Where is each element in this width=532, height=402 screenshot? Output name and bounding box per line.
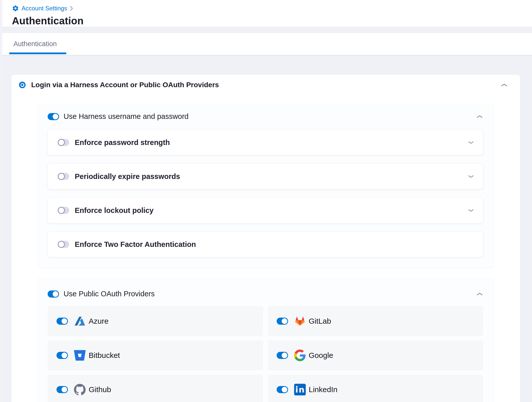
chevron-down-icon[interactable]: [468, 175, 474, 178]
google-toggle[interactable]: [277, 352, 288, 359]
chevron-down-icon[interactable]: [468, 209, 474, 212]
gitlab-icon: [294, 315, 306, 327]
azure-icon: [74, 315, 86, 327]
lockout-policy-label: Enforce lockout policy: [75, 206, 468, 215]
section-title: Login via a Harness Account or Public OA…: [31, 81, 501, 89]
bitbucket-toggle[interactable]: [56, 352, 68, 359]
two-factor-toggle[interactable]: [58, 241, 69, 248]
oauth-providers-panel: Use Public OAuth Providers Azure: [38, 278, 493, 402]
github-label: Github: [89, 385, 111, 394]
gear-icon: [12, 5, 19, 12]
page-body: Login via a Harness Account or Public OA…: [0, 56, 532, 402]
oauth-providers-toggle[interactable]: [48, 290, 59, 298]
password-expiry-label: Periodically expire passwords: [75, 172, 468, 181]
provider-row-github: Github: [48, 375, 263, 402]
lockout-policy-card: Enforce lockout policy: [48, 198, 483, 223]
google-label: Google: [309, 351, 333, 360]
harness-login-toggle[interactable]: [48, 113, 59, 120]
harness-login-panel: Use Harness username and password Enforc…: [38, 104, 493, 268]
provider-row-azure: Azure: [48, 306, 263, 336]
auth-settings-card: Login via a Harness Account or Public OA…: [11, 75, 520, 402]
azure-label: Azure: [89, 317, 108, 325]
page-header: Account Settings Authentication: [0, 0, 532, 27]
page-title: Authentication: [12, 15, 532, 27]
breadcrumb-chevron-icon: [70, 6, 73, 11]
linkedin-toggle[interactable]: [277, 386, 288, 393]
chevron-up-icon[interactable]: [476, 292, 483, 296]
provider-row-gitlab: GitLab: [268, 306, 483, 336]
azure-toggle[interactable]: [56, 318, 68, 325]
login-method-radio[interactable]: [19, 82, 26, 88]
password-expiry-toggle[interactable]: [58, 173, 69, 180]
provider-row-bitbucket: Bitbucket: [48, 340, 263, 370]
chevron-up-icon[interactable]: [476, 115, 483, 118]
password-expiry-card: Periodically expire passwords: [48, 164, 483, 189]
oauth-providers-label: Use Public OAuth Providers: [64, 290, 476, 298]
tab-authentication[interactable]: Authentication: [13, 40, 57, 48]
google-icon: [294, 350, 306, 361]
provider-row-google: Google: [268, 340, 483, 370]
two-factor-card: Enforce Two Factor Authentication: [48, 232, 483, 257]
github-icon: [74, 384, 86, 395]
window-left-gutter: [0, 0, 2, 402]
harness-login-label: Use Harness username and password: [64, 112, 476, 121]
github-toggle[interactable]: [56, 386, 68, 393]
providers-grid: Azure G: [48, 306, 483, 402]
password-strength-label: Enforce password strength: [75, 138, 468, 147]
linkedin-label: LinkedIn: [309, 385, 337, 394]
active-tab-indicator: [9, 52, 66, 54]
chevron-down-icon[interactable]: [468, 141, 474, 144]
password-strength-card: Enforce password strength: [48, 130, 483, 155]
password-strength-toggle[interactable]: [58, 139, 69, 146]
oauth-section-header: Login via a Harness Account or Public OA…: [11, 81, 520, 89]
lockout-policy-toggle[interactable]: [58, 207, 69, 214]
two-factor-label: Enforce Two Factor Authentication: [75, 240, 474, 249]
tab-bar: Authentication: [0, 33, 532, 56]
chevron-up-icon[interactable]: [501, 83, 508, 87]
breadcrumb-account-settings-link[interactable]: Account Settings: [22, 5, 67, 12]
linkedin-icon: [294, 384, 306, 395]
provider-row-linkedin: LinkedIn: [268, 375, 483, 402]
breadcrumb: Account Settings: [12, 4, 532, 13]
bitbucket-label: Bitbucket: [89, 351, 120, 360]
gitlab-label: GitLab: [309, 317, 331, 325]
gitlab-toggle[interactable]: [277, 318, 288, 325]
bitbucket-icon: [74, 350, 86, 361]
harness-login-header: Use Harness username and password: [48, 112, 483, 121]
oauth-providers-header: Use Public OAuth Providers: [48, 290, 483, 298]
